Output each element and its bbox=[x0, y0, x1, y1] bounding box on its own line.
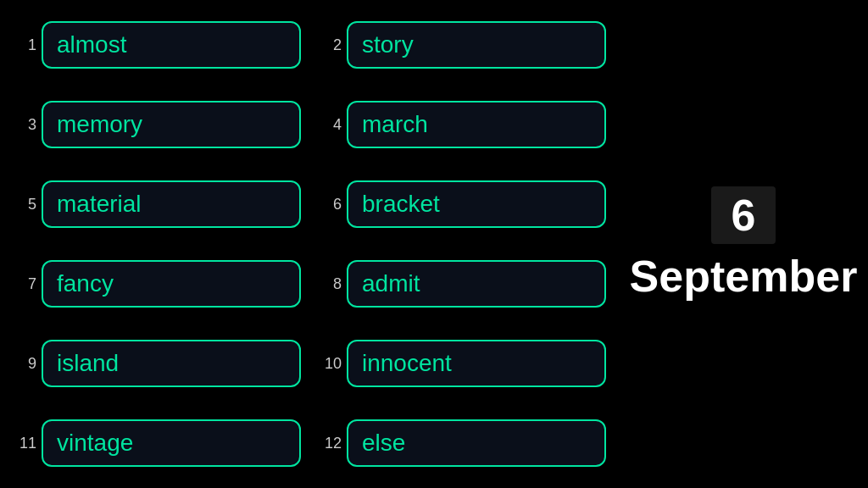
word-box[interactable]: memory bbox=[42, 101, 301, 148]
date-month: September bbox=[630, 251, 858, 302]
word-item[interactable]: 12else bbox=[318, 407, 606, 480]
date-day: 6 bbox=[732, 190, 756, 241]
word-item[interactable]: 8admit bbox=[318, 247, 606, 320]
word-box[interactable]: story bbox=[347, 21, 606, 69]
word-box[interactable]: innocent bbox=[347, 340, 606, 387]
word-number: 12 bbox=[318, 435, 342, 452]
word-number: 3 bbox=[13, 116, 36, 134]
word-box[interactable]: march bbox=[347, 101, 606, 148]
word-number: 5 bbox=[13, 196, 36, 214]
word-number: 11 bbox=[13, 435, 36, 452]
word-box[interactable]: vintage bbox=[42, 419, 301, 467]
word-item[interactable]: 11vintage bbox=[13, 407, 301, 480]
word-number: 1 bbox=[13, 36, 36, 54]
word-box[interactable]: fancy bbox=[42, 260, 301, 308]
word-number: 8 bbox=[318, 275, 342, 293]
word-number: 10 bbox=[318, 355, 342, 373]
word-item[interactable]: 7fancy bbox=[13, 247, 301, 320]
word-item[interactable]: 9island bbox=[13, 327, 301, 400]
word-box[interactable]: bracket bbox=[347, 180, 606, 228]
word-item[interactable]: 5material bbox=[13, 168, 301, 241]
word-item[interactable]: 4march bbox=[318, 88, 606, 161]
word-item[interactable]: 1almost bbox=[13, 8, 301, 81]
word-box[interactable]: else bbox=[347, 419, 606, 467]
word-box[interactable]: admit bbox=[347, 260, 606, 308]
word-item[interactable]: 10innocent bbox=[318, 327, 606, 400]
word-number: 6 bbox=[318, 196, 342, 214]
sidebar: 6 September bbox=[619, 0, 868, 488]
word-number: 4 bbox=[318, 116, 342, 134]
date-number-box: 6 bbox=[711, 186, 776, 244]
word-number: 7 bbox=[13, 275, 36, 293]
word-number: 9 bbox=[13, 355, 36, 373]
word-box[interactable]: island bbox=[42, 340, 301, 387]
word-number: 2 bbox=[318, 36, 342, 54]
word-box[interactable]: almost bbox=[42, 21, 301, 69]
word-item[interactable]: 2story bbox=[318, 8, 606, 81]
word-item[interactable]: 6bracket bbox=[318, 168, 606, 241]
word-item[interactable]: 3memory bbox=[13, 88, 301, 161]
word-box[interactable]: material bbox=[42, 180, 301, 228]
word-grid: 1almost2story3memory4march5material6brac… bbox=[0, 0, 619, 488]
